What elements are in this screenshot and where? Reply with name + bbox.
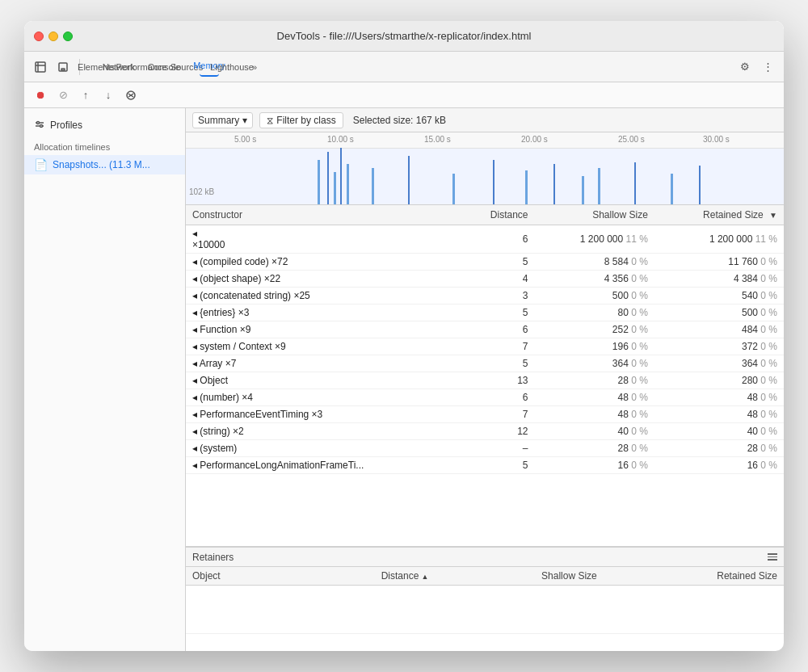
cell-constructor: ◂ PerformanceEventTiming ×3 xyxy=(186,406,460,423)
hamburger-icon[interactable] xyxy=(768,553,777,561)
col-retained-size[interactable]: Retained Size ▼ xyxy=(654,205,784,225)
table-row[interactable]: ◂ Array ×7 5 364 0 % 364 0 % xyxy=(186,355,784,372)
cell-retained-size: 280 0 % xyxy=(654,372,784,389)
cell-shallow-size: 48 0 % xyxy=(535,406,654,423)
snapshot-item[interactable]: 📄 Snapshots... (11.3 M... xyxy=(24,155,185,174)
cell-distance: 6 xyxy=(460,321,535,338)
timeline-bar-7 xyxy=(408,156,410,204)
main-toolbar: Elements Network Performance Console Sou… xyxy=(24,52,784,82)
timeline-bar-1 xyxy=(318,160,320,204)
timeline-bar-15 xyxy=(671,174,673,204)
cell-distance: 6 xyxy=(460,389,535,406)
cell-shallow-size: 28 0 % xyxy=(535,440,654,457)
table-row[interactable]: ◂ (string) ×2 12 40 0 % 40 0 % xyxy=(186,423,784,440)
cell-constructor: ◂ (concatenated string) ×25 xyxy=(186,288,460,304)
cell-shallow-size: 28 0 % xyxy=(535,372,654,389)
cell-shallow-size: 196 0 % xyxy=(535,338,654,355)
toolbar-right: ⚙ ⋮ xyxy=(735,57,777,77)
tick-25s: 25.00 s xyxy=(618,135,645,144)
cell-constructor: ◂ Function ×9 xyxy=(186,321,460,338)
cell-shallow-size: 1 200 000 11 % xyxy=(535,225,654,254)
table-row[interactable]: ◂ PerformanceEventTiming ×3 7 48 0 % 48 … xyxy=(186,406,784,423)
profiles-label: Profiles xyxy=(50,120,82,131)
retainers-table-container: Object Distance Shallow Size Retained Si… xyxy=(186,567,784,651)
timeline-bar-16 xyxy=(699,166,701,204)
table-row[interactable]: ◂ (object shape) ×22 4 4 356 0 % 4 384 0… xyxy=(186,271,784,288)
inspect-icon[interactable] xyxy=(31,57,50,77)
cell-retained-size: 48 0 % xyxy=(654,406,784,423)
table-row[interactable]: ◂ {entries} ×3 5 80 0 % 500 0 % xyxy=(186,304,784,321)
retainers-header-row: Object Distance Shallow Size Retained Si… xyxy=(186,567,784,586)
cell-constructor: ◂ (object shape) ×22 xyxy=(186,271,460,288)
table-row[interactable]: ◂ (concatenated string) ×25 3 500 0 % 54… xyxy=(186,288,784,304)
table-row[interactable]: ◂ (compiled code) ×72 5 8 584 0 % 11 760… xyxy=(186,254,784,271)
svg-rect-4 xyxy=(61,69,65,70)
timeline-bar-12 xyxy=(582,176,584,204)
svg-rect-0 xyxy=(36,62,45,72)
dropdown-arrow-icon: ▾ xyxy=(242,115,247,126)
cell-distance: 6 xyxy=(460,225,535,254)
maximize-button[interactable] xyxy=(63,32,73,41)
sliders-icon xyxy=(34,120,45,131)
close-button[interactable] xyxy=(34,32,44,41)
cell-retained-size: 48 0 % xyxy=(654,389,784,406)
table-row[interactable]: ◂ (system) – 28 0 % 28 0 % xyxy=(186,440,784,457)
cell-retained-size: 372 0 % xyxy=(654,338,784,355)
cell-constructor: ◂ (number) ×4 xyxy=(186,389,460,406)
constructor-table-container: Constructor Distance Shallow Size Retain… xyxy=(186,205,784,546)
cell-constructor: ◂ Array ×7 xyxy=(186,355,460,372)
timeline-bar-14 xyxy=(634,162,636,204)
cell-distance: 5 xyxy=(460,254,535,271)
clear-icon[interactable] xyxy=(121,86,141,105)
cell-constructor: ◂ PerformanceLongAnimationFrameTi... xyxy=(186,457,460,474)
retainers-body xyxy=(186,586,784,634)
retainers-col-retained: Retained Size xyxy=(604,567,784,586)
more-options-icon[interactable]: ⋮ xyxy=(758,57,777,77)
retainers-col-distance[interactable]: Distance xyxy=(287,567,436,586)
download-icon[interactable]: ↓ xyxy=(99,86,118,105)
cell-retained-size: 500 0 % xyxy=(654,304,784,321)
selected-size-label: Selected size: 167 kB xyxy=(353,115,446,126)
device-icon[interactable] xyxy=(53,57,73,77)
window-title: DevTools - file:///Users/stmarthe/x-repl… xyxy=(277,30,532,42)
allocation-section-label: Allocation timelines xyxy=(24,136,185,155)
stop-icon[interactable]: ⊘ xyxy=(53,86,73,105)
upload-icon[interactable]: ↑ xyxy=(76,86,95,105)
cell-distance: 13 xyxy=(460,372,535,389)
retainers-label: Retainers xyxy=(192,552,234,563)
timeline-ruler: 5.00 s 10.00 s 15.00 s 20.00 s 25.00 s 3… xyxy=(186,132,784,149)
filter-button[interactable]: ⧖ Filter by class xyxy=(259,112,343,128)
devtools-window: DevTools - file:///Users/stmarthe/x-repl… xyxy=(24,21,784,651)
cell-retained-size: 484 0 % xyxy=(654,321,784,338)
cell-distance: 7 xyxy=(460,338,535,355)
content-area: Profiles Allocation timelines 📄 Snapshot… xyxy=(24,108,784,651)
lighthouse-icon[interactable]: Lighthouse xyxy=(222,57,242,77)
retainers-col-shallow: Shallow Size xyxy=(435,567,603,586)
cell-retained-size: 4 384 0 % xyxy=(654,271,784,288)
svg-point-10 xyxy=(37,122,40,124)
table-row[interactable]: ◂ PerformanceLongAnimationFrameTi... 5 1… xyxy=(186,457,784,474)
cell-constructor: ◂ ×10000 xyxy=(186,225,460,254)
table-row[interactable]: ◂ Object 13 28 0 % 280 0 % xyxy=(186,372,784,389)
filter-label: Filter by class xyxy=(276,115,335,126)
sort-arrow-icon: ▼ xyxy=(769,211,777,220)
summary-dropdown[interactable]: Summary ▾ xyxy=(192,112,253,128)
cell-shallow-size: 252 0 % xyxy=(535,321,654,338)
table-row[interactable]: ◂ Function ×9 6 252 0 % 484 0 % xyxy=(186,321,784,338)
more-tabs-icon[interactable]: » xyxy=(245,57,264,77)
table-row[interactable]: ◂ system / Context ×9 7 196 0 % 372 0 % xyxy=(186,338,784,355)
record-toolbar: ⏺ ⊘ ↑ ↓ xyxy=(24,82,784,108)
table-row[interactable]: ◂ ×10000 6 1 200 000 11 % 1 200 000 11 % xyxy=(186,225,784,254)
snapshot-icon: 📄 xyxy=(34,158,48,171)
cell-distance: 7 xyxy=(460,406,535,423)
settings-icon[interactable]: ⚙ xyxy=(735,57,755,77)
minimize-button[interactable] xyxy=(48,32,58,41)
table-row[interactable]: ◂ (number) ×4 6 48 0 % 48 0 % xyxy=(186,389,784,406)
retainers-col-object: Object xyxy=(186,567,287,586)
traffic-lights xyxy=(34,32,73,41)
cell-distance: – xyxy=(460,440,535,457)
cell-constructor: ◂ {entries} ×3 xyxy=(186,304,460,321)
cell-constructor: ◂ (system) xyxy=(186,440,460,457)
record-icon[interactable]: ⏺ xyxy=(31,86,50,105)
cell-constructor: ◂ system / Context ×9 xyxy=(186,338,460,355)
